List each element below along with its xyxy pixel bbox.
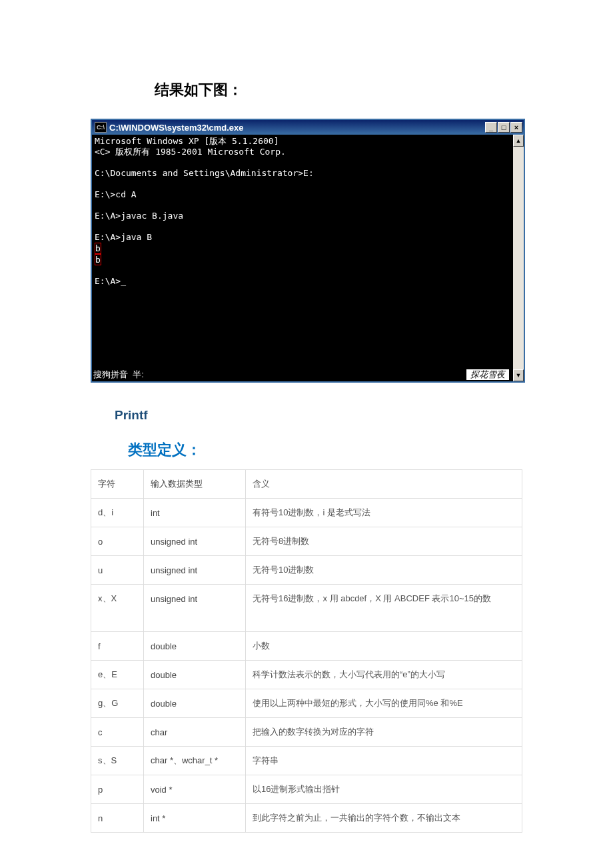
table-cell: 字符串 — [246, 747, 522, 775]
table-cell: u — [91, 556, 144, 585]
table-header: 字符 — [91, 470, 144, 499]
close-button[interactable]: × — [510, 122, 522, 133]
table-cell: n — [91, 804, 144, 833]
table-cell: s、S — [91, 747, 144, 775]
table-row: pvoid *以16进制形式输出指针 — [91, 775, 522, 804]
table-row: ounsigned int无符号8进制数 — [91, 527, 522, 556]
table-cell: 以16进制形式输出指针 — [246, 775, 522, 804]
heading-result: 结果如下图： — [155, 80, 525, 100]
table-cell: 科学计数法表示的数，大小写代表用的“e”的大小写 — [246, 661, 522, 689]
table-cell: 无符号16进制数，x 用 abcdef，X 用 ABCDEF 表示10~15的数 — [246, 585, 522, 632]
table-cell: 无符号8进制数 — [246, 527, 522, 556]
scroll-track[interactable] — [513, 147, 524, 369]
cmd-window: C:\ C:\WINDOWS\system32\cmd.exe _ □ × Mi… — [91, 119, 525, 383]
heading-printf: Printf — [115, 408, 525, 423]
cmd-output-highlight: b — [95, 243, 101, 254]
table-cell: 把输入的数字转换为对应的字符 — [246, 718, 522, 747]
minimize-button[interactable]: _ — [485, 122, 497, 133]
table-cell: 无符号10进制数 — [246, 556, 522, 585]
typedef-table: 字符 输入数据类型 含义 d、iint有符号10进制数，i 是老式写法ounsi… — [91, 469, 522, 833]
table-row: e、Edouble科学计数法表示的数，大小写代表用的“e”的大小写 — [91, 661, 522, 689]
cmd-line: Microsoft Windows XP [版本 5.1.2600] — [95, 136, 279, 146]
cmd-scrollbar[interactable]: ▲ ▼ — [513, 135, 524, 381]
cmd-line: C:\Documents and Settings\Administrator>… — [95, 168, 314, 178]
table-cell: 有符号10进制数，i 是老式写法 — [246, 499, 522, 527]
table-cell: o — [91, 527, 144, 556]
table-row: x、Xunsigned int无符号16进制数，x 用 abcdef，X 用 A… — [91, 585, 522, 632]
table-cell: unsigned int — [144, 556, 246, 585]
table-cell: p — [91, 775, 144, 804]
cmd-line: E:\A>java B — [95, 232, 152, 242]
table-row: g、Gdouble使用以上两种中最短的形式，大小写的使用同%e 和%E — [91, 689, 522, 718]
table-cell: 使用以上两种中最短的形式，大小写的使用同%e 和%E — [246, 689, 522, 718]
table-cell: int — [144, 499, 246, 527]
table-cell: char *、wchar_t * — [144, 747, 246, 775]
cmd-line: E:\A>javac B.java — [95, 211, 183, 221]
cmd-output-highlight: b — [95, 254, 101, 265]
table-cell: e、E — [91, 661, 144, 689]
table-cell: int * — [144, 804, 246, 833]
ime-status-left: 搜狗拼音 半: — [93, 369, 144, 380]
table-cell: char — [144, 718, 246, 747]
table-cell: g、G — [91, 689, 144, 718]
cmd-titlebar[interactable]: C:\ C:\WINDOWS\system32\cmd.exe _ □ × — [92, 120, 524, 135]
table-cell: 小数 — [246, 632, 522, 661]
table-cell: d、i — [91, 499, 144, 527]
table-header-row: 字符 输入数据类型 含义 — [91, 470, 522, 499]
table-row: fdouble小数 — [91, 632, 522, 661]
ime-status-right: 探花雪夜 — [466, 369, 509, 380]
table-cell: void * — [144, 775, 246, 804]
table-header: 含义 — [246, 470, 522, 499]
table-cell: unsigned int — [144, 585, 246, 632]
table-row: nint *到此字符之前为止，一共输出的字符个数，不输出文本 — [91, 804, 522, 833]
table-row: s、Schar *、wchar_t *字符串 — [91, 747, 522, 775]
table-cell: x、X — [91, 585, 144, 632]
table-row: d、iint有符号10进制数，i 是老式写法 — [91, 499, 522, 527]
cmd-app-icon: C:\ — [95, 122, 107, 133]
table-row: cchar把输入的数字转换为对应的字符 — [91, 718, 522, 747]
scroll-up-button[interactable]: ▲ — [513, 135, 524, 147]
table-cell: unsigned int — [144, 527, 246, 556]
table-row: uunsigned int无符号10进制数 — [91, 556, 522, 585]
table-cell: f — [91, 632, 144, 661]
table-cell: double — [144, 661, 246, 689]
cmd-line: E:\>cd A — [95, 189, 137, 199]
maximize-button[interactable]: □ — [498, 122, 510, 133]
cmd-line: <C> 版权所有 1985-2001 Microsoft Corp. — [95, 147, 286, 157]
cmd-prompt: E:\A>_ — [95, 276, 126, 286]
table-cell: double — [144, 632, 246, 661]
table-cell: double — [144, 689, 246, 718]
table-cell: c — [91, 718, 144, 747]
heading-typedef: 类型定义： — [128, 440, 525, 460]
cmd-body: Microsoft Windows XP [版本 5.1.2600] <C> 版… — [92, 135, 513, 381]
cmd-window-title: C:\WINDOWS\system32\cmd.exe — [109, 123, 485, 133]
table-header: 输入数据类型 — [144, 470, 246, 499]
table-cell: 到此字符之前为止，一共输出的字符个数，不输出文本 — [246, 804, 522, 833]
scroll-down-button[interactable]: ▼ — [513, 369, 524, 381]
